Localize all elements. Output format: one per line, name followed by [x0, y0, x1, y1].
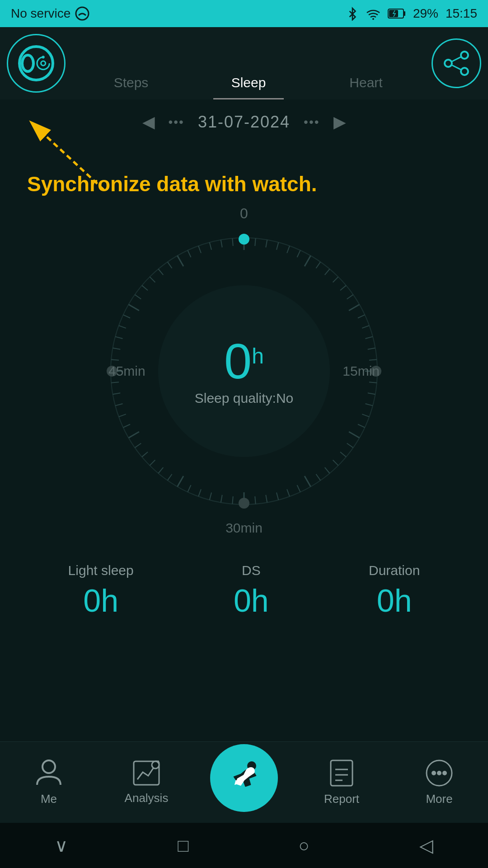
svg-line-36: [368, 393, 375, 394]
android-down-button[interactable]: ∨: [55, 835, 68, 856]
next-date-button[interactable]: ▶: [333, 113, 346, 132]
clock: 15:15: [446, 6, 477, 21]
ds-value: 0h: [234, 583, 269, 619]
svg-point-5: [37, 57, 49, 69]
svg-line-58: [178, 476, 184, 486]
svg-line-42: [340, 452, 346, 457]
svg-line-62: [142, 452, 148, 457]
nav-more-label: More: [426, 792, 452, 806]
svg-line-12: [452, 65, 461, 70]
sync-icon: [18, 45, 54, 81]
svg-line-78: [142, 285, 148, 290]
svg-line-20: [287, 246, 290, 253]
duration-stat: Duration 0h: [369, 563, 420, 619]
android-recents-button[interactable]: □: [178, 835, 188, 856]
svg-line-33: [369, 359, 377, 360]
svg-line-22: [305, 256, 311, 266]
battery-charging-icon: [388, 7, 406, 20]
prev-date-button[interactable]: ◀: [142, 113, 155, 132]
status-right: 29% 15:15: [346, 6, 477, 21]
svg-line-47: [297, 485, 300, 492]
svg-line-17: [255, 238, 255, 246]
nav-report[interactable]: Report: [293, 759, 390, 806]
share-button[interactable]: [432, 38, 481, 88]
svg-point-104: [442, 771, 447, 775]
light-sleep-label: Light sleep: [68, 563, 134, 578]
sync-message-container: Synchronize data with watch.: [0, 145, 488, 201]
svg-line-32: [368, 348, 375, 349]
svg-line-50: [266, 495, 267, 503]
nav-home[interactable]: [195, 744, 293, 821]
svg-point-9: [445, 60, 452, 67]
more-icon: [425, 759, 454, 788]
svg-line-48: [287, 489, 290, 496]
svg-line-86: [221, 240, 222, 247]
sync-button[interactable]: [7, 34, 66, 93]
date-dots-left: •••: [169, 115, 184, 129]
svg-line-80: [158, 269, 163, 275]
svg-line-82: [178, 256, 184, 266]
light-sleep-value: 0h: [83, 583, 118, 619]
tab-bar: Steps Sleep Heart: [72, 27, 425, 99]
svg-line-28: [349, 305, 359, 311]
svg-line-84: [198, 246, 201, 253]
svg-rect-3: [404, 11, 405, 16]
svg-line-24: [325, 269, 330, 275]
svg-line-85: [210, 242, 211, 250]
svg-line-66: [119, 414, 126, 417]
svg-line-57: [188, 485, 191, 492]
home-activity-icon: [224, 758, 264, 798]
ds-label: DS: [242, 563, 261, 578]
share-icon: [443, 50, 470, 77]
svg-point-92: [42, 760, 55, 773]
svg-line-11: [452, 57, 461, 61]
bottom-nav: Me Analysis Report: [0, 741, 488, 823]
svg-line-65: [123, 424, 130, 427]
nav-me[interactable]: Me: [0, 759, 98, 806]
circle-top-label: 0: [240, 205, 248, 222]
nav-more[interactable]: More: [390, 759, 488, 806]
nav-home-button[interactable]: [210, 744, 278, 812]
svg-line-79: [150, 277, 155, 282]
sleep-circle: var svg = document.getElementById('ticks…: [99, 226, 389, 516]
svg-line-40: [349, 432, 359, 438]
svg-line-19: [277, 242, 278, 250]
svg-line-14: [41, 131, 104, 190]
battery-percent: 29%: [413, 6, 438, 21]
svg-line-61: [150, 460, 155, 466]
sleep-time-display: 0 h: [224, 336, 264, 386]
nav-report-label: Report: [324, 792, 359, 806]
date-dots-right: •••: [304, 115, 319, 129]
status-left: No service: [11, 6, 89, 21]
android-back-button[interactable]: ◁: [419, 835, 433, 856]
label-30min: 30min: [225, 520, 263, 536]
svg-line-46: [305, 476, 311, 486]
svg-line-37: [366, 404, 373, 406]
svg-line-25: [333, 277, 338, 282]
tab-sleep[interactable]: Sleep: [190, 27, 307, 99]
svg-point-7: [42, 56, 44, 58]
svg-line-60: [158, 467, 163, 473]
label-15min: 15min: [343, 363, 380, 379]
svg-line-73: [115, 337, 122, 339]
ds-stat: DS 0h: [234, 563, 269, 619]
svg-point-8: [461, 52, 468, 59]
nav-analysis[interactable]: Analysis: [98, 760, 195, 805]
svg-point-6: [41, 61, 45, 66]
sync-arrow: [27, 118, 117, 199]
light-sleep-stat: Light sleep 0h: [68, 563, 134, 619]
tab-steps[interactable]: Steps: [72, 27, 190, 99]
android-nav-bar: ∨ □ ○ ◁: [0, 823, 488, 868]
svg-line-77: [135, 295, 141, 299]
svg-line-55: [210, 493, 211, 500]
duration-label: Duration: [369, 563, 420, 578]
no-service-text: No service: [11, 6, 70, 21]
tab-heart[interactable]: Heart: [307, 27, 425, 99]
report-icon: [329, 759, 354, 788]
svg-line-54: [221, 495, 222, 503]
svg-line-30: [362, 326, 369, 328]
wifi-icon: [366, 7, 380, 20]
nav-analysis-label: Analysis: [125, 791, 169, 805]
sleep-hours-value: 0: [224, 336, 252, 386]
android-home-button[interactable]: ○: [298, 835, 309, 856]
